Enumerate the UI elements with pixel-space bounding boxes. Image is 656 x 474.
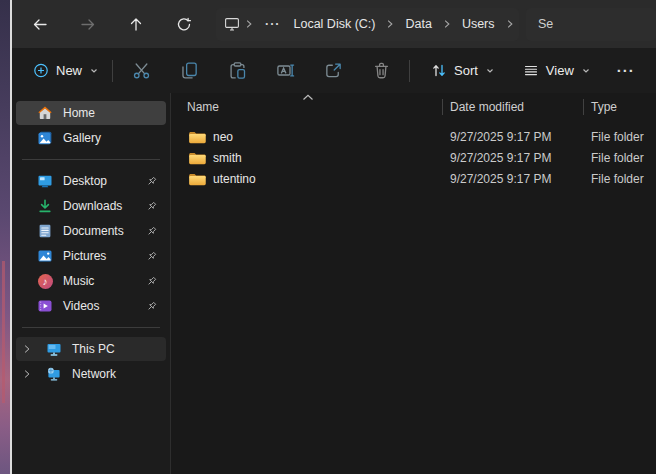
- this-pc-icon: [46, 341, 62, 357]
- breadcrumb-chevron-icon: [240, 18, 258, 30]
- table-row[interactable]: utentino 9/27/2025 9:17 PM File folder: [171, 168, 656, 189]
- more-options-button[interactable]: ···: [606, 54, 646, 88]
- file-name: smith: [213, 151, 242, 165]
- sidebar-item-this-pc[interactable]: This PC: [16, 337, 166, 361]
- more-options-label: ···: [617, 62, 635, 79]
- rename-icon: [276, 61, 295, 80]
- file-type: File folder: [583, 172, 656, 186]
- breadcrumb-ellipsis[interactable]: ···: [258, 14, 288, 34]
- nav-button-group: [16, 7, 208, 41]
- gallery-icon: [37, 130, 53, 146]
- folder-icon: [188, 172, 206, 186]
- folder-icon: [188, 151, 206, 165]
- up-icon: [128, 16, 144, 32]
- videos-icon: [37, 298, 53, 314]
- file-date-modified: 9/27/2025 9:17 PM: [442, 172, 583, 186]
- new-button[interactable]: New: [24, 54, 108, 88]
- file-action-buttons: [117, 54, 405, 88]
- sidebar-item-label: Videos: [63, 299, 99, 313]
- breadcrumb-users[interactable]: Users: [456, 14, 501, 34]
- new-button-label: New: [56, 63, 82, 78]
- file-name: neo: [213, 130, 233, 144]
- share-button[interactable]: [309, 54, 357, 88]
- desktop-background-strip: [0, 0, 10, 474]
- copy-button[interactable]: [165, 54, 213, 88]
- copy-icon: [180, 61, 199, 80]
- paste-icon: [228, 61, 247, 80]
- cut-button[interactable]: [117, 54, 165, 88]
- table-row[interactable]: neo 9/27/2025 9:17 PM File folder: [171, 126, 656, 147]
- home-icon: [37, 105, 53, 121]
- chevron-down-icon: [581, 63, 591, 79]
- back-button[interactable]: [16, 7, 64, 41]
- file-type: File folder: [583, 130, 656, 144]
- documents-icon: [37, 223, 53, 239]
- column-header-type[interactable]: Type: [583, 100, 656, 114]
- downloads-icon: [37, 198, 53, 214]
- sidebar-item-home[interactable]: Home: [16, 101, 166, 125]
- up-button[interactable]: [112, 7, 160, 41]
- table-row[interactable]: smith 9/27/2025 9:17 PM File folder: [171, 147, 656, 168]
- search-text: Se: [538, 17, 553, 31]
- column-divider[interactable]: [442, 99, 443, 115]
- delete-button[interactable]: [357, 54, 405, 88]
- paste-button[interactable]: [213, 54, 261, 88]
- navigation-bar: ··· Local Disk (C:) Data Users Se: [12, 0, 656, 48]
- view-list-icon: [523, 63, 539, 79]
- sidebar-item-music[interactable]: ♪ Music: [16, 269, 166, 293]
- toolbar-separator: [409, 60, 410, 82]
- sidebar-item-downloads[interactable]: Downloads: [16, 194, 166, 218]
- sort-arrows-icon: [431, 63, 447, 79]
- breadcrumb-chevron-icon: [438, 18, 456, 30]
- pictures-icon: [37, 248, 53, 264]
- chevron-down-icon: [89, 63, 99, 79]
- command-toolbar: New: [12, 48, 656, 93]
- breadcrumb-chevron-icon: [381, 18, 399, 30]
- sidebar-item-desktop[interactable]: Desktop: [16, 169, 166, 193]
- sidebar-item-label: Desktop: [63, 174, 107, 188]
- pin-icon: [145, 175, 158, 188]
- refresh-button[interactable]: [160, 7, 208, 41]
- breadcrumb-local-disk-c[interactable]: Local Disk (C:): [288, 14, 382, 34]
- address-bar[interactable]: ··· Local Disk (C:) Data Users: [216, 8, 519, 41]
- pin-icon: [145, 200, 158, 213]
- sidebar-item-network[interactable]: Network: [16, 362, 166, 386]
- column-header-row: Name Date modified Type: [171, 93, 656, 121]
- forward-button[interactable]: [64, 7, 112, 41]
- file-date-modified: 9/27/2025 9:17 PM: [442, 151, 583, 165]
- music-icon: ♪: [37, 273, 53, 289]
- sidebar-item-documents[interactable]: Documents: [16, 219, 166, 243]
- sidebar-item-label: Pictures: [63, 249, 106, 263]
- view-button[interactable]: View: [514, 54, 600, 88]
- sidebar-item-label: Home: [63, 106, 95, 120]
- share-icon: [324, 61, 343, 80]
- sidebar-item-label: Music: [63, 274, 94, 288]
- expand-chevron-icon[interactable]: [18, 368, 36, 380]
- desktop-icon: [37, 173, 53, 189]
- navigation-pane: Home Gallery Desktop: [12, 93, 171, 474]
- forward-icon: [80, 16, 96, 32]
- cut-icon: [132, 61, 151, 80]
- sort-ascending-icon[interactable]: [302, 94, 314, 101]
- sidebar-item-gallery[interactable]: Gallery: [16, 126, 166, 150]
- column-header-date-modified[interactable]: Date modified: [442, 100, 583, 114]
- sidebar-item-pictures[interactable]: Pictures: [16, 244, 166, 268]
- column-header-name[interactable]: Name: [171, 100, 442, 114]
- sidebar-item-videos[interactable]: Videos: [16, 294, 166, 318]
- sidebar-item-label: Documents: [63, 224, 124, 238]
- search-input[interactable]: Se: [526, 8, 656, 41]
- rename-button[interactable]: [261, 54, 309, 88]
- folder-icon: [188, 130, 206, 144]
- expand-chevron-icon[interactable]: [18, 343, 36, 355]
- sort-button-label: Sort: [454, 63, 478, 78]
- breadcrumb-data[interactable]: Data: [399, 14, 437, 34]
- new-plus-icon: [33, 63, 49, 79]
- network-icon: [46, 366, 62, 382]
- breadcrumb-chevron-icon: [501, 18, 519, 30]
- column-divider[interactable]: [583, 99, 584, 115]
- file-list-pane: Name Date modified Type neo 9/27/2025 9:…: [171, 93, 656, 474]
- pin-icon: [145, 300, 158, 313]
- view-button-label: View: [546, 63, 574, 78]
- file-explorer-window: ··· Local Disk (C:) Data Users Se New: [12, 0, 656, 474]
- sort-button[interactable]: Sort: [422, 54, 504, 88]
